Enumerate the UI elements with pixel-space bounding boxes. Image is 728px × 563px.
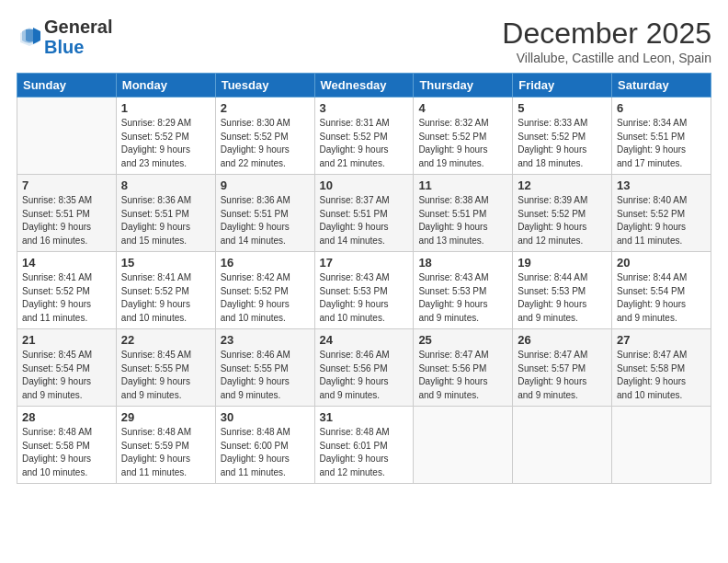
day-number: 12	[518, 178, 607, 192]
day-number: 20	[617, 256, 706, 270]
day-number: 7	[22, 178, 111, 192]
calendar-cell: 23Sunrise: 8:46 AMSunset: 5:55 PMDayligh…	[215, 329, 314, 407]
calendar-cell: 31Sunrise: 8:48 AMSunset: 6:01 PMDayligh…	[314, 407, 414, 484]
day-info: Sunrise: 8:48 AMSunset: 6:01 PMDaylight:…	[320, 426, 409, 479]
logo-text: General Blue	[44, 17, 112, 57]
calendar-table: Sunday Monday Tuesday Wednesday Thursday…	[17, 73, 711, 484]
day-info: Sunrise: 8:41 AMSunset: 5:52 PMDaylight:…	[22, 271, 111, 325]
calendar-cell: 21Sunrise: 8:45 AMSunset: 5:54 PMDayligh…	[17, 329, 117, 407]
day-info: Sunrise: 8:48 AMSunset: 6:00 PMDaylight:…	[221, 426, 310, 479]
calendar-cell: 13Sunrise: 8:40 AMSunset: 5:52 PMDayligh…	[612, 175, 711, 252]
day-number: 6	[617, 101, 706, 115]
calendar-header: Sunday Monday Tuesday Wednesday Thursday…	[17, 74, 711, 98]
calendar-cell: 24Sunrise: 8:46 AMSunset: 5:56 PMDayligh…	[314, 329, 414, 407]
day-number: 29	[121, 410, 210, 424]
calendar-cell: 16Sunrise: 8:42 AMSunset: 5:52 PMDayligh…	[215, 252, 314, 329]
calendar-cell	[17, 98, 117, 175]
day-info: Sunrise: 8:39 AMSunset: 5:52 PMDaylight:…	[518, 194, 607, 247]
day-number: 31	[320, 410, 409, 424]
calendar-body: 1Sunrise: 8:29 AMSunset: 5:52 PMDaylight…	[17, 98, 711, 484]
day-number: 14	[22, 256, 111, 270]
calendar-cell: 1Sunrise: 8:29 AMSunset: 5:52 PMDaylight…	[116, 98, 215, 175]
calendar-cell	[612, 407, 711, 484]
col-saturday: Saturday	[612, 74, 711, 98]
calendar-cell: 28Sunrise: 8:48 AMSunset: 5:58 PMDayligh…	[17, 407, 117, 484]
day-number: 23	[221, 333, 310, 347]
day-number: 28	[22, 410, 111, 424]
calendar-cell: 15Sunrise: 8:41 AMSunset: 5:52 PMDayligh…	[116, 252, 215, 329]
location-subtitle: Villalube, Castille and Leon, Spain	[502, 51, 711, 65]
day-number: 22	[121, 333, 210, 347]
day-number: 30	[221, 410, 310, 424]
day-number: 21	[22, 333, 111, 347]
calendar-cell: 18Sunrise: 8:43 AMSunset: 5:53 PMDayligh…	[414, 252, 513, 329]
calendar-cell: 3Sunrise: 8:31 AMSunset: 5:52 PMDaylight…	[314, 98, 414, 175]
week-row-4: 21Sunrise: 8:45 AMSunset: 5:54 PMDayligh…	[17, 329, 711, 407]
day-number: 13	[617, 178, 706, 192]
calendar-cell: 20Sunrise: 8:44 AMSunset: 5:54 PMDayligh…	[612, 252, 711, 329]
calendar-cell: 25Sunrise: 8:47 AMSunset: 5:56 PMDayligh…	[414, 329, 513, 407]
day-number: 24	[320, 333, 409, 347]
calendar-cell: 4Sunrise: 8:32 AMSunset: 5:52 PMDaylight…	[414, 98, 513, 175]
day-number: 15	[121, 256, 210, 270]
day-number: 5	[518, 101, 607, 115]
day-number: 19	[518, 256, 607, 270]
day-info: Sunrise: 8:31 AMSunset: 5:52 PMDaylight:…	[320, 117, 409, 170]
day-info: Sunrise: 8:34 AMSunset: 5:51 PMDaylight:…	[617, 117, 706, 170]
day-info: Sunrise: 8:40 AMSunset: 5:52 PMDaylight:…	[617, 194, 706, 247]
day-number: 10	[320, 178, 409, 192]
calendar-cell: 8Sunrise: 8:36 AMSunset: 5:51 PMDaylight…	[116, 175, 215, 252]
calendar-cell: 22Sunrise: 8:45 AMSunset: 5:55 PMDayligh…	[116, 329, 215, 407]
day-info: Sunrise: 8:46 AMSunset: 5:56 PMDaylight:…	[320, 349, 409, 402]
calendar-cell: 12Sunrise: 8:39 AMSunset: 5:52 PMDayligh…	[513, 175, 612, 252]
calendar-cell: 6Sunrise: 8:34 AMSunset: 5:51 PMDaylight…	[612, 98, 711, 175]
day-number: 1	[121, 101, 210, 115]
header: General Blue December 2025 Villalube, Ca…	[17, 17, 711, 65]
col-sunday: Sunday	[17, 74, 117, 98]
col-thursday: Thursday	[414, 74, 513, 98]
day-info: Sunrise: 8:35 AMSunset: 5:51 PMDaylight:…	[22, 194, 111, 247]
calendar-cell: 26Sunrise: 8:47 AMSunset: 5:57 PMDayligh…	[513, 329, 612, 407]
day-info: Sunrise: 8:47 AMSunset: 5:56 PMDaylight:…	[418, 349, 507, 402]
calendar-cell: 14Sunrise: 8:41 AMSunset: 5:52 PMDayligh…	[17, 252, 117, 329]
calendar-cell: 27Sunrise: 8:47 AMSunset: 5:58 PMDayligh…	[612, 329, 711, 407]
calendar-cell: 5Sunrise: 8:33 AMSunset: 5:52 PMDaylight…	[513, 98, 612, 175]
page: General Blue December 2025 Villalube, Ca…	[0, 0, 728, 563]
day-info: Sunrise: 8:32 AMSunset: 5:52 PMDaylight:…	[418, 117, 507, 170]
day-info: Sunrise: 8:36 AMSunset: 5:51 PMDaylight:…	[221, 194, 310, 247]
day-info: Sunrise: 8:45 AMSunset: 5:54 PMDaylight:…	[22, 349, 111, 402]
day-info: Sunrise: 8:44 AMSunset: 5:53 PMDaylight:…	[518, 271, 607, 325]
week-row-3: 14Sunrise: 8:41 AMSunset: 5:52 PMDayligh…	[17, 252, 711, 329]
day-info: Sunrise: 8:30 AMSunset: 5:52 PMDaylight:…	[221, 117, 310, 170]
day-info: Sunrise: 8:38 AMSunset: 5:51 PMDaylight:…	[418, 194, 507, 247]
day-number: 17	[320, 256, 409, 270]
calendar-cell: 10Sunrise: 8:37 AMSunset: 5:51 PMDayligh…	[314, 175, 414, 252]
calendar-cell: 7Sunrise: 8:35 AMSunset: 5:51 PMDaylight…	[17, 175, 117, 252]
col-tuesday: Tuesday	[215, 74, 314, 98]
calendar-cell: 17Sunrise: 8:43 AMSunset: 5:53 PMDayligh…	[314, 252, 414, 329]
month-title: December 2025	[502, 17, 711, 51]
day-number: 27	[617, 333, 706, 347]
calendar-cell: 29Sunrise: 8:48 AMSunset: 5:59 PMDayligh…	[116, 407, 215, 484]
day-number: 25	[418, 333, 507, 347]
day-number: 3	[320, 101, 409, 115]
col-friday: Friday	[513, 74, 612, 98]
day-info: Sunrise: 8:43 AMSunset: 5:53 PMDaylight:…	[418, 271, 507, 325]
day-info: Sunrise: 8:48 AMSunset: 5:58 PMDaylight:…	[22, 426, 111, 479]
week-row-2: 7Sunrise: 8:35 AMSunset: 5:51 PMDaylight…	[17, 175, 711, 252]
calendar-cell: 2Sunrise: 8:30 AMSunset: 5:52 PMDaylight…	[215, 98, 314, 175]
calendar-cell	[513, 407, 612, 484]
day-number: 8	[121, 178, 210, 192]
col-monday: Monday	[116, 74, 215, 98]
calendar-cell: 19Sunrise: 8:44 AMSunset: 5:53 PMDayligh…	[513, 252, 612, 329]
calendar-cell: 9Sunrise: 8:36 AMSunset: 5:51 PMDaylight…	[215, 175, 314, 252]
day-number: 18	[418, 256, 507, 270]
title-block: December 2025 Villalube, Castille and Le…	[502, 17, 711, 65]
day-number: 2	[221, 101, 310, 115]
day-number: 9	[221, 178, 310, 192]
day-info: Sunrise: 8:45 AMSunset: 5:55 PMDaylight:…	[121, 349, 210, 402]
day-info: Sunrise: 8:47 AMSunset: 5:57 PMDaylight:…	[518, 349, 607, 402]
day-info: Sunrise: 8:42 AMSunset: 5:52 PMDaylight:…	[221, 271, 310, 325]
calendar-cell: 30Sunrise: 8:48 AMSunset: 6:00 PMDayligh…	[215, 407, 314, 484]
col-wednesday: Wednesday	[314, 74, 414, 98]
